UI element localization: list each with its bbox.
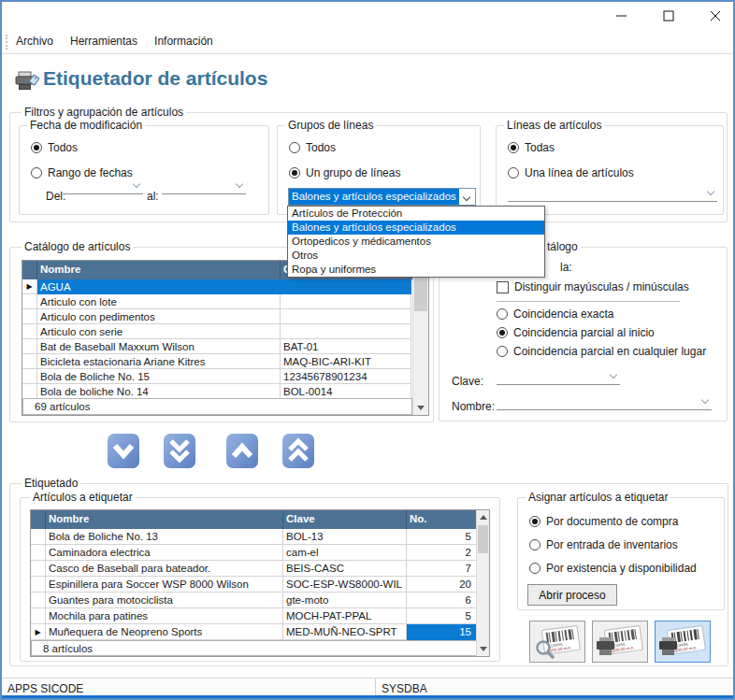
radio-icon[interactable]	[508, 142, 519, 153]
radio-una-linea[interactable]: Una línea de artículos	[508, 166, 634, 179]
scroll-down-icon[interactable]	[413, 401, 428, 415]
menu-herramientas[interactable]: Herramientas	[62, 30, 146, 53]
nombre-combo[interactable]	[497, 394, 712, 410]
move-down-button[interactable]	[108, 434, 139, 468]
table-row[interactable]: Articulo con serie	[22, 324, 428, 339]
clave-combo[interactable]	[497, 369, 620, 385]
preview-labels-button[interactable]: 123456 $100.00 m.n.	[529, 621, 585, 663]
table-row[interactable]: Bicicleta estacionaria Ariane Kitres MAQ…	[22, 354, 428, 369]
combobox-dropdown-button[interactable]	[459, 189, 475, 205]
checkbox-distinguir-label[interactable]: Distinguir mayúsculas / minúsculas	[514, 280, 689, 293]
table-row[interactable]: Caminadora electrica cam-el 2	[31, 545, 489, 561]
col-header-nombre[interactable]: Nombre	[37, 261, 281, 279]
radio-coincidencia-exacta-label[interactable]: Coincidencia exacta	[513, 307, 613, 321]
linea-articulos-combo[interactable]	[508, 186, 717, 202]
table-row[interactable]: Casco de Baseball para bateador. BEIS-CA…	[31, 561, 489, 577]
table-row[interactable]: AGUA	[22, 279, 428, 294]
radio-icon[interactable]	[508, 167, 519, 179]
abrir-proceso-button[interactable]: Abrir proceso	[527, 584, 617, 606]
print-labels-direct-button[interactable]: 123456 $100.00 m.n.	[655, 621, 711, 663]
radio-icon[interactable]	[497, 346, 508, 357]
minimize-button[interactable]	[612, 6, 632, 26]
radio-coincidencia-inicio[interactable]: Coincidencia parcial al inicio	[497, 326, 655, 339]
table-row[interactable]: Articulo con lote	[22, 294, 428, 309]
radio-coincidencia-inicio-label[interactable]: Coincidencia parcial al inicio	[513, 326, 655, 339]
chevron-down-icon[interactable]	[701, 396, 709, 404]
table-row[interactable]: Articulo con pedimentos	[22, 309, 428, 324]
radio-coincidencia-exacta[interactable]: Coincidencia exacta	[497, 307, 613, 321]
radio-icon[interactable]	[497, 327, 508, 338]
radio-icon[interactable]	[529, 563, 540, 574]
radio-una-linea-label[interactable]: Una línea de artículos	[525, 166, 634, 179]
selected-cell[interactable]: 15	[407, 624, 477, 640]
table-row[interactable]: Bola de boliche No. 14 BOL-0014	[22, 384, 428, 399]
maximize-button[interactable]	[658, 6, 679, 26]
dropdown-item[interactable]: Ortopedicos y médicamentos	[288, 235, 544, 249]
move-up-button[interactable]	[226, 434, 258, 468]
chevron-down-icon[interactable]	[610, 371, 617, 379]
move-all-up-button[interactable]	[282, 434, 314, 468]
fecha-al-combo[interactable]	[162, 179, 246, 194]
menu-informacion[interactable]: Información	[146, 30, 222, 53]
menu-archivo[interactable]: Archivo	[7, 30, 62, 53]
scrollbar-thumb[interactable]	[478, 525, 488, 553]
dropdown-item[interactable]: Otros	[288, 249, 544, 263]
close-button[interactable]	[705, 6, 726, 26]
radio-icon[interactable]	[289, 167, 300, 179]
table-row[interactable]: Bola de Boliche No. 13 BOL-13 5	[31, 529, 489, 545]
col-header-nombre[interactable]: Nombre	[46, 510, 283, 529]
dropdown-item-selected[interactable]: Balones y artículos especializados	[288, 221, 544, 235]
scroll-down-icon[interactable]	[477, 642, 489, 656]
table-row[interactable]: Espinillera para Soccer WSP 8000 Wilson …	[31, 577, 489, 593]
radio-por-entrada[interactable]: Por entrada de inventarios	[529, 538, 678, 551]
scroll-up-icon[interactable]	[477, 510, 489, 524]
radio-icon[interactable]	[529, 539, 540, 550]
etiquetas-scrollbar[interactable]	[476, 510, 489, 656]
scrollbar-thumb[interactable]	[414, 276, 427, 311]
table-row[interactable]: Bola de Boliche No. 15 12345678901234	[22, 369, 428, 384]
title-bar[interactable]	[2, 2, 733, 30]
checkbox-icon[interactable]	[497, 281, 509, 293]
radio-un-grupo[interactable]: Un grupo de líneas	[289, 166, 400, 179]
chevron-down-icon[interactable]	[236, 180, 243, 188]
radio-icon[interactable]	[31, 167, 42, 179]
chevron-down-icon[interactable]	[707, 188, 714, 195]
table-row[interactable]: Bat de Baseball Maxxum Wilson BAT-01	[22, 339, 428, 354]
move-all-down-button[interactable]	[164, 434, 195, 468]
radio-icon[interactable]	[289, 142, 300, 153]
radio-fecha-todos[interactable]: Todos	[31, 141, 78, 154]
col-header-clave[interactable]: Clave	[283, 510, 407, 529]
radio-por-existencia[interactable]: Por existencia y disponibilidad	[529, 562, 697, 575]
fecha-group-title: Fecha de modificación	[27, 119, 145, 132]
table-row[interactable]: Mochila para patines MOCH-PAT-PPAL 5	[31, 608, 489, 624]
radio-por-documento-label[interactable]: Por documento de compra	[546, 515, 678, 528]
grupo-lineas-combobox[interactable]: Balones y artículos especializados	[288, 188, 476, 206]
radio-lineas-todas[interactable]: Todas	[508, 141, 555, 154]
dropdown-item[interactable]: Artículos de Protección	[288, 207, 544, 221]
radio-lineas-todas-label[interactable]: Todas	[525, 141, 555, 154]
radio-por-documento[interactable]: Por documento de compra	[529, 515, 678, 528]
radio-grupos-todos-label[interactable]: Todos	[306, 141, 336, 154]
radio-por-entrada-label[interactable]: Por entrada de inventarios	[546, 538, 678, 551]
combobox-selected-value[interactable]: Balones y artículos especializados	[289, 189, 459, 205]
col-header-num-etiquetas[interactable]: No. etiquetas	[407, 510, 477, 529]
checkbox-distinguir[interactable]: Distinguir mayúsculas / minúsculas	[497, 280, 689, 293]
fecha-del-combo[interactable]	[63, 179, 143, 194]
radio-fecha-todos-label[interactable]: Todos	[48, 141, 78, 154]
catalogo-scrollbar[interactable]	[412, 261, 428, 415]
radio-icon[interactable]	[497, 308, 508, 320]
table-row[interactable]: Guantes para motociclista gte-moto 6	[31, 593, 489, 608]
dropdown-item[interactable]: Ropa y uniformes	[288, 263, 544, 277]
table-row-selected[interactable]: Muñequera de Neopreno Sports MED-MUÑ-NEO…	[31, 624, 489, 640]
radio-rango-fechas-label[interactable]: Rango de fechas	[48, 166, 133, 179]
radio-un-grupo-label[interactable]: Un grupo de líneas	[306, 166, 400, 179]
radio-rango-fechas[interactable]: Rango de fechas	[31, 166, 133, 179]
print-labels-button[interactable]: 123456 $100.00 m.n.	[592, 621, 648, 663]
radio-grupos-todos[interactable]: Todos	[289, 141, 336, 154]
radio-coincidencia-lugar-label[interactable]: Coincidencia parcial en cualquier lugar	[513, 345, 706, 358]
radio-por-existencia-label[interactable]: Por existencia y disponibilidad	[546, 562, 697, 575]
radio-coincidencia-lugar[interactable]: Coincidencia parcial en cualquier lugar	[497, 345, 706, 358]
radio-icon[interactable]	[31, 142, 42, 153]
radio-icon[interactable]	[529, 516, 540, 527]
chevron-down-icon[interactable]	[133, 180, 140, 188]
